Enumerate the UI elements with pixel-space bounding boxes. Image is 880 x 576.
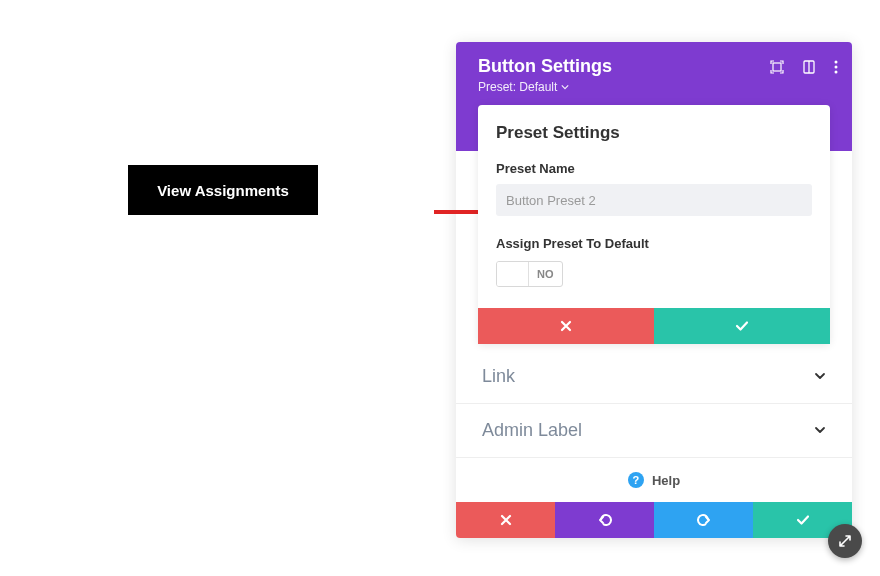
device-preview-icon[interactable]: [802, 60, 816, 74]
preset-dropdown-label: Preset: Default: [478, 80, 557, 94]
svg-point-3: [835, 61, 838, 64]
preset-settings-card: Preset Settings Preset Name Assign Prese…: [478, 105, 830, 344]
chevron-down-icon: [814, 422, 826, 440]
panel-header: Button Settings Preset: Default: [456, 42, 852, 105]
section-admin-label-text: Admin Label: [482, 420, 582, 441]
svg-point-5: [835, 71, 838, 74]
help-icon: ?: [628, 472, 644, 488]
svg-rect-0: [773, 63, 781, 71]
preset-name-label: Preset Name: [496, 161, 812, 176]
discard-button[interactable]: [456, 502, 555, 538]
kebab-menu-icon[interactable]: [834, 60, 838, 74]
preset-cancel-button[interactable]: [478, 308, 654, 344]
preset-dropdown[interactable]: Preset: Default: [478, 80, 569, 94]
preset-confirm-button[interactable]: [654, 308, 830, 344]
assign-default-toggle[interactable]: NO: [496, 261, 563, 287]
section-link-label: Link: [482, 366, 515, 387]
chevron-down-icon: [561, 83, 569, 91]
preset-settings-title: Preset Settings: [496, 123, 812, 143]
view-assignments-label: View Assignments: [157, 182, 289, 199]
check-icon: [735, 320, 749, 332]
button-settings-panel: Button Settings Preset: Default Preset S…: [456, 42, 852, 538]
undo-button[interactable]: [555, 502, 654, 538]
toggle-value: NO: [529, 268, 562, 280]
chevron-down-icon: [814, 368, 826, 386]
section-admin-label[interactable]: Admin Label: [456, 403, 852, 458]
help-row[interactable]: ? Help: [456, 458, 852, 502]
section-link[interactable]: Link: [456, 350, 852, 403]
help-label: Help: [652, 473, 680, 488]
check-icon: [796, 514, 810, 526]
redo-button[interactable]: [654, 502, 753, 538]
close-icon: [560, 320, 572, 332]
preset-actions: [478, 308, 830, 344]
undo-icon: [597, 513, 613, 527]
bottom-actions: [456, 502, 852, 538]
assign-default-label: Assign Preset To Default: [496, 236, 812, 251]
panel-header-icons: [770, 60, 838, 74]
resize-fab[interactable]: [828, 524, 862, 558]
toggle-thumb: [497, 262, 529, 286]
close-icon: [500, 514, 512, 526]
svg-point-4: [835, 66, 838, 69]
resize-icon: [837, 533, 853, 549]
preset-name-input[interactable]: [496, 184, 812, 216]
redo-icon: [696, 513, 712, 527]
view-assignments-button[interactable]: View Assignments: [128, 165, 318, 215]
expand-icon[interactable]: [770, 60, 784, 74]
